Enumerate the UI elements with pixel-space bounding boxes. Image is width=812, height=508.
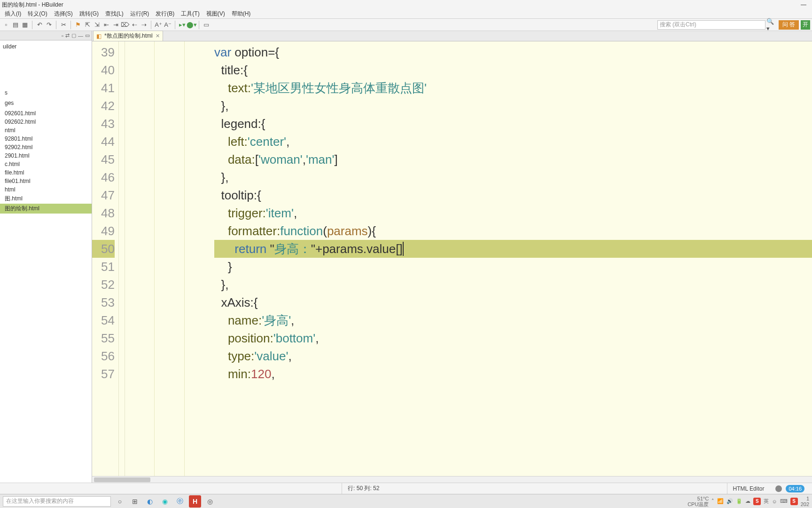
file-item[interactable]: 92902.html bbox=[0, 143, 92, 151]
clock-badge: 04:16 bbox=[786, 485, 804, 492]
temperature: 51°CCPU温度 bbox=[687, 496, 709, 507]
file-tree: uilder sges092601.html092602.htmlntml928… bbox=[0, 40, 92, 483]
file-item[interactable]: ntml bbox=[0, 126, 92, 135]
device-icon[interactable]: ▭ bbox=[202, 21, 211, 29]
open-button[interactable]: 开 bbox=[801, 20, 810, 30]
window-title: 图的绘制.html - HBuilder bbox=[2, 1, 63, 9]
file-item[interactable]: 092601.html bbox=[0, 109, 92, 118]
taskbar-search[interactable]: 在这里输入你要搜索的内容 bbox=[3, 496, 111, 507]
clock-date: 1202 bbox=[801, 496, 809, 507]
file-item[interactable]: s bbox=[0, 88, 92, 97]
tray-icon[interactable]: ☁ bbox=[745, 498, 750, 504]
tab-label: *散点图的绘制.html bbox=[104, 32, 153, 40]
menu-help[interactable]: 帮助(H) bbox=[229, 9, 254, 19]
status-bar: 行: 50 列: 52 HTML Editor 04:16 bbox=[0, 483, 812, 494]
new-file-icon[interactable]: ▫ bbox=[2, 21, 10, 29]
cursor-position: 行: 50 列: 52 bbox=[342, 483, 385, 494]
network-icon[interactable]: 📶 bbox=[717, 498, 724, 504]
font-increase-icon[interactable]: A⁺ bbox=[154, 21, 163, 29]
minimize-icon[interactable]: — bbox=[797, 1, 810, 8]
menu-run[interactable]: 运行(R) bbox=[127, 9, 152, 19]
editor-tab[interactable]: ◧ *散点图的绘制.html ✕ bbox=[93, 31, 163, 41]
file-item[interactable]: 092602.html bbox=[0, 118, 92, 126]
project-root[interactable]: uilder bbox=[0, 42, 92, 51]
step-in-icon[interactable]: ⇤ bbox=[102, 21, 110, 29]
view-icon[interactable]: ▢ bbox=[71, 32, 76, 39]
app-icon-2[interactable]: ◉ bbox=[159, 495, 171, 508]
volume-icon[interactable]: 🔊 bbox=[726, 498, 733, 504]
file-item[interactable]: file.html bbox=[0, 168, 92, 177]
file-item[interactable]: c.html bbox=[0, 160, 92, 168]
collapse-icon[interactable]: ▫ bbox=[62, 33, 63, 39]
menu-select[interactable]: 选择(S) bbox=[51, 9, 76, 19]
menu-goto[interactable]: 跳转(G) bbox=[77, 9, 102, 19]
project-sidebar: ▫ ⇄ ▢ — ▭ uilder sges092601.html092602.h… bbox=[0, 31, 92, 483]
editor-mode: HTML Editor bbox=[727, 483, 770, 494]
scrollbar-thumb[interactable] bbox=[94, 477, 150, 482]
ime-lang[interactable]: 英 bbox=[764, 498, 769, 505]
file-item[interactable]: 图的绘制.html bbox=[0, 204, 92, 214]
file-item[interactable]: 92801.html bbox=[0, 135, 92, 143]
bookmark-icon[interactable]: ⚑ bbox=[74, 21, 82, 29]
ask-button[interactable]: 问 答 bbox=[779, 20, 799, 30]
editor-pane: ◧ *散点图的绘制.html ✕ 39404142434445464748495… bbox=[92, 31, 812, 483]
main-area: ▫ ⇄ ▢ — ▭ uilder sges092601.html092602.h… bbox=[0, 31, 812, 483]
menu-tools[interactable]: 工具(T) bbox=[178, 9, 202, 19]
line-gutter: 39404142434445464748495051525354555657 bbox=[92, 41, 118, 476]
hbuilder-icon[interactable]: H bbox=[189, 495, 201, 508]
system-tray: 51°CCPU温度 ˄ 📶 🔊 🔋 ☁ S 英 ☺ ⌨ S 1202 bbox=[687, 496, 809, 507]
chrome-icon[interactable]: ◎ bbox=[204, 495, 216, 508]
file-item[interactable]: file01.html bbox=[0, 177, 92, 185]
import-icon[interactable]: ⇲ bbox=[93, 21, 101, 29]
file-item[interactable]: html bbox=[0, 185, 92, 194]
sogou-icon-2[interactable]: S bbox=[790, 498, 798, 505]
close-tab-icon[interactable]: ✕ bbox=[156, 33, 160, 39]
horizontal-scrollbar[interactable]: ◂ bbox=[92, 476, 812, 483]
cortana-icon[interactable]: ○ bbox=[114, 495, 126, 508]
export-icon[interactable]: ⇱ bbox=[83, 21, 92, 29]
user-icon[interactable] bbox=[775, 485, 782, 492]
menu-publish[interactable]: 发行(B) bbox=[153, 9, 177, 19]
menu-escape[interactable]: 转义(O) bbox=[25, 9, 50, 19]
link-icon[interactable]: ⇄ bbox=[65, 32, 70, 39]
save-all-icon[interactable]: ▦ bbox=[21, 21, 29, 29]
file-item[interactable]: ges bbox=[0, 99, 92, 107]
maximize-panel-icon[interactable]: ▭ bbox=[85, 32, 90, 39]
menu-insert[interactable]: 插入(I) bbox=[2, 9, 24, 19]
emoji-icon[interactable]: ☺ bbox=[772, 499, 777, 504]
file-item[interactable]: 图.html bbox=[0, 194, 92, 204]
minimize-panel-icon[interactable]: — bbox=[78, 33, 83, 39]
task-view-icon[interactable]: ⊞ bbox=[129, 495, 141, 508]
cut-icon[interactable]: ✂ bbox=[59, 21, 68, 29]
sogou-ime-icon[interactable]: S bbox=[753, 498, 761, 505]
keyboard-icon[interactable]: ⌨ bbox=[780, 498, 788, 504]
windows-taskbar: 在这里输入你要搜索的内容 ○ ⊞ ◐ ◉ ⓔ H ◎ 51°CCPU温度 ˄ 📶… bbox=[0, 494, 812, 508]
menu-find[interactable]: 查找(L) bbox=[102, 9, 126, 19]
title-bar: 图的绘制.html - HBuilder — bbox=[0, 0, 812, 9]
code-editor[interactable]: 39404142434445464748495051525354555657 v… bbox=[92, 41, 812, 476]
battery-icon[interactable]: 🔋 bbox=[736, 498, 742, 504]
undo-icon[interactable]: ↶ bbox=[35, 21, 44, 29]
code-content[interactable]: var option={ title:{ text:'某地区男性女性身高体重散点… bbox=[214, 41, 812, 476]
file-icon: ◧ bbox=[96, 33, 102, 40]
run-icon[interactable]: ▸▾ bbox=[178, 21, 187, 29]
file-item[interactable]: 2901.html bbox=[0, 151, 92, 160]
toolbar: ▫ ▤ ▦ ↶ ↷ ✂ ⚑ ⇱ ⇲ ⇤ ⇥ ⌦ ⇠ ⇢ A⁺ A⁻ ▸▾ ⬤▾ … bbox=[0, 19, 812, 31]
redo-icon[interactable]: ↷ bbox=[45, 21, 53, 29]
step-out-icon[interactable]: ⇥ bbox=[111, 21, 120, 29]
tab-bar: ◧ *散点图的绘制.html ✕ bbox=[92, 31, 812, 41]
outdent-icon[interactable]: ⇠ bbox=[130, 21, 139, 29]
sidebar-header: ▫ ⇄ ▢ — ▭ bbox=[0, 31, 92, 40]
browser-icon[interactable]: ⬤▾ bbox=[187, 21, 196, 29]
edge-icon[interactable]: ⓔ bbox=[174, 495, 186, 508]
delete-icon[interactable]: ⌦ bbox=[121, 21, 129, 29]
save-icon[interactable]: ▤ bbox=[11, 21, 20, 29]
fold-column bbox=[118, 41, 125, 476]
menu-view[interactable]: 视图(V) bbox=[203, 9, 228, 19]
font-decrease-icon[interactable]: A⁻ bbox=[164, 21, 172, 29]
tray-up-icon[interactable]: ˄ bbox=[711, 498, 714, 504]
search-dropdown-icon[interactable]: 🔍▾ bbox=[766, 21, 775, 29]
indent-icon[interactable]: ⇢ bbox=[140, 21, 148, 29]
search-input[interactable]: 搜索 (双击Ctrl) bbox=[657, 20, 765, 30]
app-icon-1[interactable]: ◐ bbox=[144, 495, 156, 508]
